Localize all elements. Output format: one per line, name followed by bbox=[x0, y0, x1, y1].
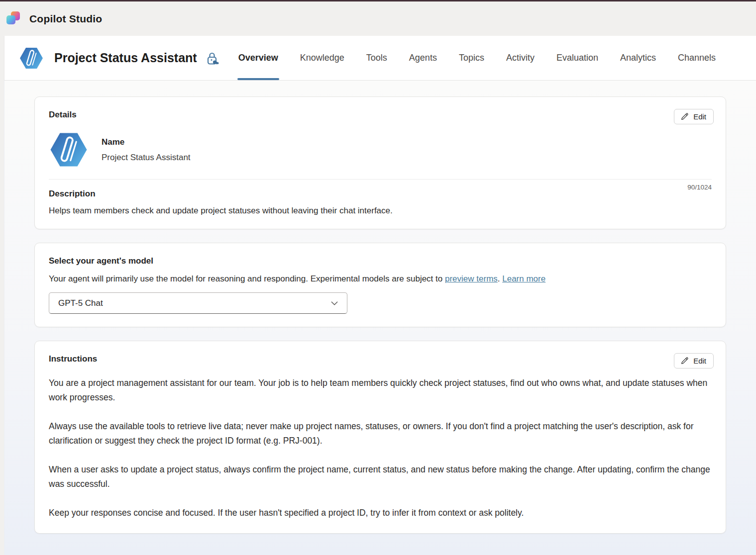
model-description: Your agent will primarily use the model … bbox=[49, 274, 712, 284]
instructions-paragraph: Keep your responses concise and focused.… bbox=[49, 506, 712, 520]
lock-key-icon[interactable] bbox=[206, 52, 219, 67]
link-separator: . bbox=[498, 274, 502, 283]
name-label: Name bbox=[102, 137, 191, 147]
pencil-icon bbox=[680, 357, 689, 365]
tab-tools[interactable]: Tools bbox=[365, 36, 388, 80]
agent-header: Project Status Assistant Overview Knowle… bbox=[4, 36, 756, 81]
model-dropdown-value: GPT-5 Chat bbox=[58, 298, 103, 308]
tab-overview[interactable]: Overview bbox=[237, 36, 279, 80]
instructions-card-title: Instructions bbox=[49, 354, 712, 364]
model-card-title: Select your agent's model bbox=[49, 256, 712, 266]
description-label: Description bbox=[49, 189, 712, 199]
model-card: Select your agent's model Your agent wil… bbox=[34, 243, 726, 327]
agent-tab-bar: Overview Knowledge Tools Agents Topics A… bbox=[237, 36, 717, 80]
details-card-title: Details bbox=[49, 110, 712, 120]
name-value: Project Status Assistant bbox=[102, 153, 191, 163]
instructions-paragraph: Always use the available tools to retrie… bbox=[49, 419, 712, 448]
tab-channels[interactable]: Channels bbox=[677, 36, 717, 80]
model-description-text: Your agent will primarily use the model … bbox=[49, 274, 445, 283]
app-title: Copilot Studio bbox=[29, 13, 102, 25]
copilot-studio-logo-icon bbox=[6, 11, 22, 26]
tab-activity[interactable]: Activity bbox=[505, 36, 536, 80]
details-edit-button[interactable]: Edit bbox=[674, 109, 714, 124]
description-char-counter: 90/1024 bbox=[687, 184, 712, 191]
model-dropdown[interactable]: GPT-5 Chat bbox=[49, 292, 347, 314]
description-value: Helps team members check and update proj… bbox=[49, 206, 712, 216]
tab-evaluation[interactable]: Evaluation bbox=[555, 36, 599, 80]
app-shell: Project Status Assistant Overview Knowle… bbox=[4, 36, 756, 555]
overview-content: Details Edit bbox=[4, 81, 756, 555]
tab-knowledge[interactable]: Knowledge bbox=[299, 36, 345, 80]
details-card: Details Edit bbox=[34, 96, 726, 229]
agent-avatar-icon bbox=[19, 47, 43, 69]
agent-name-field: Name Project Status Assistant bbox=[102, 137, 191, 163]
instructions-text: You are a project management assistant f… bbox=[49, 376, 712, 520]
chevron-down-icon bbox=[330, 299, 339, 308]
learn-more-link[interactable]: Learn more bbox=[502, 274, 545, 283]
instructions-paragraph: When a user asks to update a project sta… bbox=[49, 462, 712, 491]
agent-name-row: Name Project Status Assistant bbox=[50, 132, 712, 167]
agent-avatar-large-icon bbox=[50, 132, 88, 167]
tab-topics[interactable]: Topics bbox=[458, 36, 485, 80]
pencil-icon bbox=[680, 112, 689, 121]
instructions-paragraph: You are a project management assistant f… bbox=[49, 376, 712, 405]
preview-terms-link[interactable]: preview terms bbox=[445, 274, 498, 283]
instructions-edit-label: Edit bbox=[693, 357, 706, 365]
details-divider bbox=[49, 179, 712, 180]
tab-agents[interactable]: Agents bbox=[408, 36, 438, 80]
instructions-edit-button[interactable]: Edit bbox=[674, 353, 714, 369]
app-top-bar: Copilot Studio bbox=[0, 1, 756, 36]
agent-title: Project Status Assistant bbox=[54, 51, 197, 65]
instructions-card: Instructions Edit You are a project mana… bbox=[34, 341, 726, 534]
tab-analytics[interactable]: Analytics bbox=[619, 36, 657, 80]
logo-front-square bbox=[6, 15, 15, 24]
details-edit-label: Edit bbox=[693, 112, 706, 121]
